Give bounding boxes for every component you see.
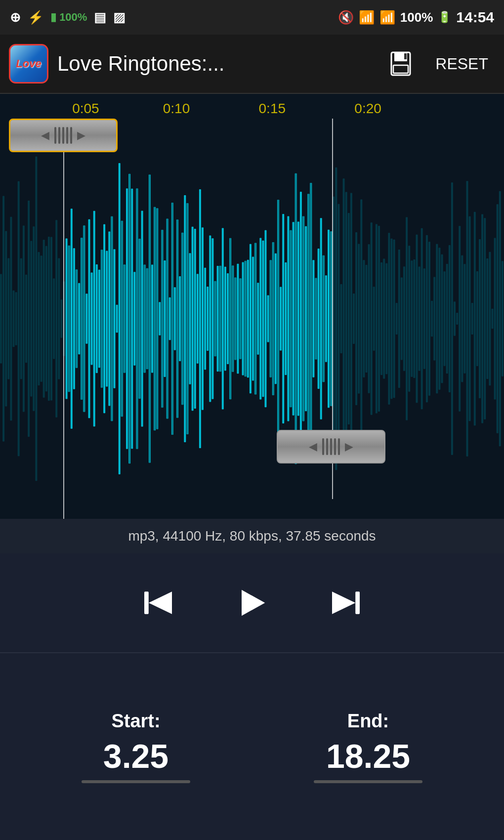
svg-rect-108 <box>204 268 206 370</box>
svg-rect-173 <box>323 255 324 382</box>
svg-rect-155 <box>293 222 294 415</box>
app-icon: Love <box>9 44 48 84</box>
end-value: 18.25 <box>326 737 410 775</box>
svg-rect-219 <box>436 244 438 394</box>
svg-rect-50 <box>101 250 102 387</box>
svg-rect-249 <box>355 591 360 614</box>
svg-rect-53 <box>108 231 110 406</box>
svg-rect-182 <box>343 178 345 459</box>
svg-rect-196 <box>378 226 380 412</box>
svg-rect-118 <box>224 267 226 371</box>
svg-rect-116 <box>220 266 221 372</box>
svg-rect-207 <box>406 217 408 420</box>
svg-rect-151 <box>285 262 287 375</box>
play-button[interactable] <box>235 586 269 620</box>
mute-icon: 🔇 <box>338 10 354 25</box>
svg-rect-229 <box>461 255 463 382</box>
svg-rect-13 <box>20 258 22 379</box>
svg-rect-184 <box>348 213 350 424</box>
svg-rect-45 <box>91 273 93 365</box>
svg-rect-217 <box>431 301 433 336</box>
svg-rect-221 <box>441 254 443 383</box>
svg-rect-126 <box>237 264 239 374</box>
save-icon[interactable] <box>387 50 415 78</box>
svg-rect-125 <box>235 278 236 360</box>
svg-rect-162 <box>305 226 307 411</box>
svg-rect-206 <box>403 266 405 371</box>
audio-info: mp3, 44100 Hz, 80 kbps, 37.85 seconds <box>0 519 504 553</box>
svg-rect-128 <box>240 278 241 359</box>
svg-rect-190 <box>363 260 365 378</box>
start-handle[interactable]: ◀ ▶ <box>9 119 118 152</box>
svg-rect-195 <box>376 224 378 413</box>
svg-rect-180 <box>337 204 339 433</box>
svg-rect-205 <box>401 278 403 360</box>
svg-rect-141 <box>267 295 269 342</box>
svg-rect-152 <box>287 216 289 421</box>
svg-rect-171 <box>320 218 322 420</box>
svg-rect-76 <box>147 268 148 370</box>
svg-rect-96 <box>179 276 181 361</box>
image-icon: ▨ <box>113 10 126 25</box>
svg-rect-2 <box>393 65 408 73</box>
end-slider[interactable] <box>314 780 422 783</box>
signal-icon: 📶 <box>379 10 395 25</box>
battery-percentage: 100% <box>400 10 433 25</box>
svg-rect-158 <box>297 222 299 416</box>
svg-rect-139 <box>262 241 264 397</box>
reset-button[interactable]: RESET <box>428 51 495 77</box>
playback-controls <box>0 553 504 652</box>
svg-rect-106 <box>199 189 201 448</box>
skip-back-button[interactable] <box>141 586 175 620</box>
svg-rect-25 <box>50 237 52 401</box>
end-handle[interactable]: ◀ ▶ <box>277 430 385 463</box>
svg-rect-114 <box>217 266 219 372</box>
svg-rect-233 <box>471 303 473 335</box>
svg-rect-198 <box>383 259 385 379</box>
svg-rect-103 <box>192 227 194 411</box>
skip-forward-button[interactable] <box>329 586 363 620</box>
svg-rect-6 <box>2 196 4 441</box>
clock: 14:54 <box>456 9 494 26</box>
svg-rect-29 <box>60 299 62 338</box>
svg-rect-143 <box>270 260 271 377</box>
svg-rect-107 <box>202 227 204 410</box>
svg-rect-134 <box>252 257 254 381</box>
svg-rect-121 <box>230 238 231 400</box>
svg-rect-33 <box>69 246 70 392</box>
svg-rect-138 <box>259 238 261 399</box>
svg-rect-40 <box>81 238 82 400</box>
svg-rect-203 <box>396 303 398 335</box>
svg-rect-222 <box>444 271 446 366</box>
handle-bars-right <box>322 438 340 455</box>
svg-rect-92 <box>172 203 173 435</box>
svg-rect-55 <box>111 216 112 421</box>
svg-rect-67 <box>133 272 135 365</box>
svg-rect-90 <box>169 297 171 340</box>
svg-marker-248 <box>242 590 265 616</box>
svg-rect-10 <box>13 291 15 347</box>
usb-icon: ⚡ <box>28 10 43 25</box>
wifi-icon: 📶 <box>359 10 375 25</box>
svg-rect-26 <box>53 278 55 359</box>
svg-rect-236 <box>479 239 481 398</box>
svg-rect-99 <box>184 195 186 442</box>
svg-rect-169 <box>316 278 317 360</box>
handle-bars-left <box>54 127 72 144</box>
svg-rect-157 <box>295 173 296 464</box>
svg-rect-183 <box>345 192 347 446</box>
svg-rect-193 <box>371 222 373 415</box>
svg-rect-133 <box>250 244 252 394</box>
svg-rect-57 <box>116 305 118 333</box>
svg-rect-101 <box>187 203 188 434</box>
svg-rect-244 <box>499 191 501 446</box>
svg-rect-119 <box>227 273 229 364</box>
svg-rect-89 <box>167 218 168 419</box>
start-slider[interactable] <box>82 780 190 783</box>
back-icon: ⊕ <box>10 10 21 25</box>
svg-rect-230 <box>463 264 465 373</box>
svg-rect-239 <box>486 258 488 379</box>
svg-rect-18 <box>33 226 35 411</box>
svg-rect-3 <box>404 53 407 59</box>
svg-rect-95 <box>177 219 178 418</box>
